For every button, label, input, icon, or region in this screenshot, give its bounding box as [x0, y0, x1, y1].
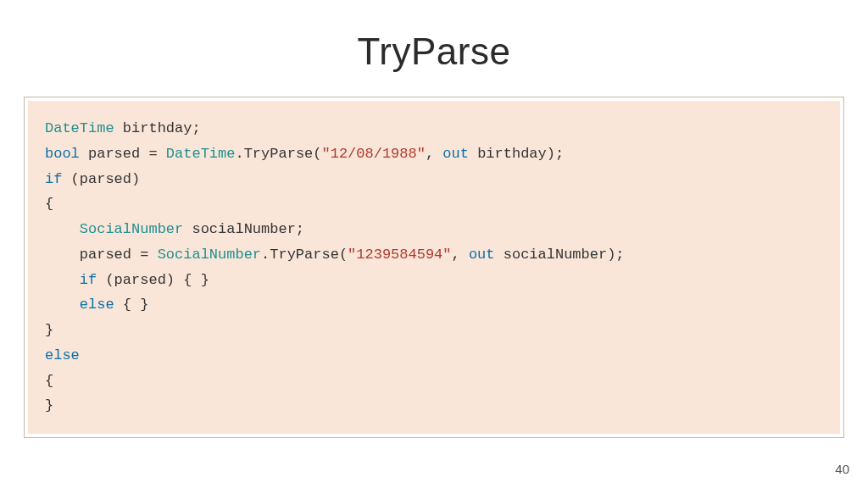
code-token: socialNumber; [183, 221, 304, 237]
code-token: if [80, 272, 97, 288]
code-indent [45, 297, 80, 313]
code-line-9: } [45, 322, 53, 338]
slide: TryParse DateTime birthday; bool parsed … [0, 0, 868, 488]
code-token: .TryParse( [235, 146, 321, 162]
code-token: socialNumber); [495, 247, 625, 263]
code-token: { [45, 196, 53, 212]
code-line-11: { [45, 373, 53, 389]
slide-title: TryParse [24, 30, 844, 73]
code-indent [45, 247, 80, 263]
code-token: } [45, 397, 53, 413]
code-line-12: } [45, 397, 53, 413]
code-frame: DateTime birthday; bool parsed = DateTim… [24, 97, 844, 438]
code-token: "12/08/1988" [322, 146, 426, 162]
code-token: { [45, 373, 53, 389]
code-token: { } [114, 297, 149, 313]
code-token: birthday; [114, 120, 201, 136]
code-token: (parsed) { } [97, 272, 209, 288]
code-token: , [426, 146, 442, 162]
code-indent [45, 221, 80, 237]
code-token: bool [45, 146, 80, 162]
code-token: SocialNumber [80, 221, 183, 237]
code-line-3: if (parsed) [45, 171, 140, 187]
code-line-2: bool parsed = DateTime.TryParse("12/08/1… [45, 146, 564, 162]
code-token: parsed = [80, 247, 158, 263]
code-line-6: parsed = SocialNumber.TryParse("12395845… [45, 247, 625, 263]
code-line-4: { [45, 196, 53, 212]
code-line-10: else [45, 347, 80, 363]
code-line-5: SocialNumber socialNumber; [45, 221, 304, 237]
code-token: DateTime [166, 146, 236, 162]
code-token: "1239584594" [348, 247, 451, 263]
code-line-7: if (parsed) { } [45, 272, 209, 288]
code-indent [45, 272, 80, 288]
code-token: SocialNumber [158, 247, 261, 263]
code-token: (parsed) [62, 171, 140, 187]
code-line-8: else { } [45, 297, 148, 313]
code-token: out [442, 146, 469, 162]
code-token: out [469, 247, 495, 263]
code-token: .TryParse( [261, 247, 348, 263]
code-token: else [80, 297, 114, 313]
code-token: else [45, 347, 80, 363]
code-token: parsed = [80, 146, 166, 162]
code-block: DateTime birthday; bool parsed = DateTim… [28, 101, 840, 434]
page-number: 40 [835, 462, 849, 476]
code-line-1: DateTime birthday; [45, 120, 201, 136]
code-token: if [45, 171, 62, 187]
code-token: birthday); [469, 146, 564, 162]
code-token: , [452, 247, 469, 263]
code-token: DateTime [45, 120, 114, 136]
code-token: } [45, 322, 53, 338]
